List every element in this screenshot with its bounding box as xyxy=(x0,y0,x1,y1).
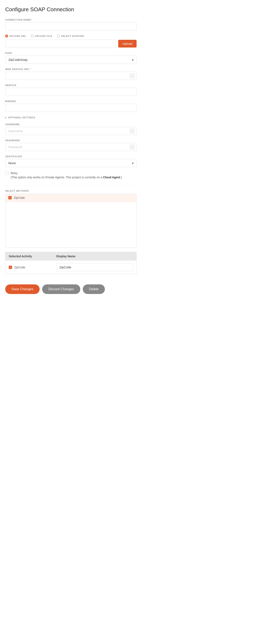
method-name: ZipCode xyxy=(14,196,25,200)
web-service-url-wrapper: https://TrainingOpTRIAL112860.jitterbit.… xyxy=(5,72,137,80)
service-label: SERVICE xyxy=(5,84,137,86)
connection-name-label: CONNECTION NAME* xyxy=(5,18,137,21)
service-input[interactable]: ZipCode xyxy=(5,88,137,96)
table-row: ZipCode xyxy=(6,261,137,274)
web-service-url-group: WEB SERVICE URL* https://TrainingOpTRIAL… xyxy=(5,68,137,80)
username-label: USERNAME xyxy=(5,123,137,126)
select-methods-group: SELECT METHODS ZipCode xyxy=(5,190,137,248)
upload-url-radio[interactable] xyxy=(5,34,8,38)
connection-name-group: CONNECTION NAME* Zip Code – SOAP xyxy=(5,18,137,30)
button-row: Save Changes Discard Changes Delete xyxy=(5,280,137,294)
web-service-url-input[interactable]: https://TrainingOpTRIAL112860.jitterbit.… xyxy=(5,72,137,80)
discard-button[interactable]: Discard Changes xyxy=(42,284,80,294)
activity-checkbox[interactable] xyxy=(9,266,12,269)
certificate-select-wrapper: None xyxy=(5,159,137,167)
delete-button[interactable]: Delete xyxy=(83,284,105,294)
optional-settings-label: OPTIONAL SETTINGS xyxy=(8,116,35,119)
chevron-right-icon: ▸ xyxy=(5,116,7,119)
username-wrapper: v xyxy=(5,127,137,135)
retry-checkbox[interactable] xyxy=(5,172,9,175)
optional-settings-toggle[interactable]: ▸ OPTIONAL SETTINGS xyxy=(5,116,137,119)
certificate-group: CERTIFICATE None xyxy=(5,155,137,167)
username-group: USERNAME v xyxy=(5,123,137,135)
select-existing-option[interactable]: SELECT EXISTING xyxy=(57,34,84,38)
web-service-url-label: WEB SERVICE URL* xyxy=(5,68,137,70)
service-group: SERVICE ZipCode xyxy=(5,84,137,96)
methods-list: ZipCode xyxy=(5,194,137,248)
upload-button[interactable]: Upload xyxy=(118,40,137,48)
connection-name-input[interactable]: Zip Code – SOAP xyxy=(5,22,137,30)
activity-row-first: ZipCode xyxy=(9,266,50,269)
username-input[interactable] xyxy=(5,127,137,135)
activity-cell: ZipCode xyxy=(6,261,53,274)
certificate-label: CERTIFICATE xyxy=(5,155,137,158)
upload-file-radio[interactable] xyxy=(31,34,34,38)
col-display-name: Display Name xyxy=(53,252,137,261)
url-input[interactable]: https://trainingoptrial112860.jitterbit.… xyxy=(5,40,116,48)
col-selected-activity: Selected Activity xyxy=(6,252,53,261)
port-group: PORT ZipCodeSoap xyxy=(5,52,137,64)
username-icon[interactable]: v xyxy=(130,129,134,133)
port-label: PORT xyxy=(5,52,137,54)
web-service-url-icon[interactable]: v xyxy=(130,74,134,78)
divider xyxy=(5,185,137,186)
display-name-input[interactable] xyxy=(56,263,133,271)
binding-label: BINDING xyxy=(5,100,137,102)
page-title: Configure SOAP Connection xyxy=(5,6,137,13)
methods-empty-area xyxy=(6,202,136,248)
password-input[interactable] xyxy=(5,143,137,151)
password-wrapper: v xyxy=(5,143,137,151)
activity-name: ZipCode xyxy=(14,266,25,269)
select-methods-label: SELECT METHODS xyxy=(5,190,137,192)
port-select-wrapper: ZipCodeSoap xyxy=(5,56,137,64)
port-select[interactable]: ZipCodeSoap xyxy=(5,56,137,64)
password-icon[interactable]: v xyxy=(130,145,134,150)
activity-table: Selected Activity Display Name ZipCode xyxy=(5,252,137,274)
binding-group: BINDING ZipCodeSoap xyxy=(5,100,137,112)
upload-url-option[interactable]: UPLOAD URL xyxy=(5,34,26,38)
save-button[interactable]: Save Changes xyxy=(5,284,40,294)
retry-row: Retry (This option only works on Private… xyxy=(5,171,137,180)
retry-description: Retry (This option only works on Private… xyxy=(11,171,122,180)
method-item: ZipCode xyxy=(6,194,136,202)
certificate-select[interactable]: None xyxy=(5,159,137,167)
password-label: PASSWORD xyxy=(5,139,137,142)
binding-input[interactable]: ZipCodeSoap xyxy=(5,104,137,112)
method-checkbox[interactable] xyxy=(8,196,12,200)
display-name-cell xyxy=(53,261,137,274)
upload-file-option[interactable]: UPLOAD FILE xyxy=(31,34,52,38)
select-existing-radio[interactable] xyxy=(57,34,60,38)
url-upload-row: https://trainingoptrial112860.jitterbit.… xyxy=(5,40,137,48)
upload-options-row: UPLOAD URL UPLOAD FILE SELECT EXISTING xyxy=(5,34,137,38)
table-header-row: Selected Activity Display Name xyxy=(6,252,137,261)
password-group: PASSWORD v xyxy=(5,139,137,151)
